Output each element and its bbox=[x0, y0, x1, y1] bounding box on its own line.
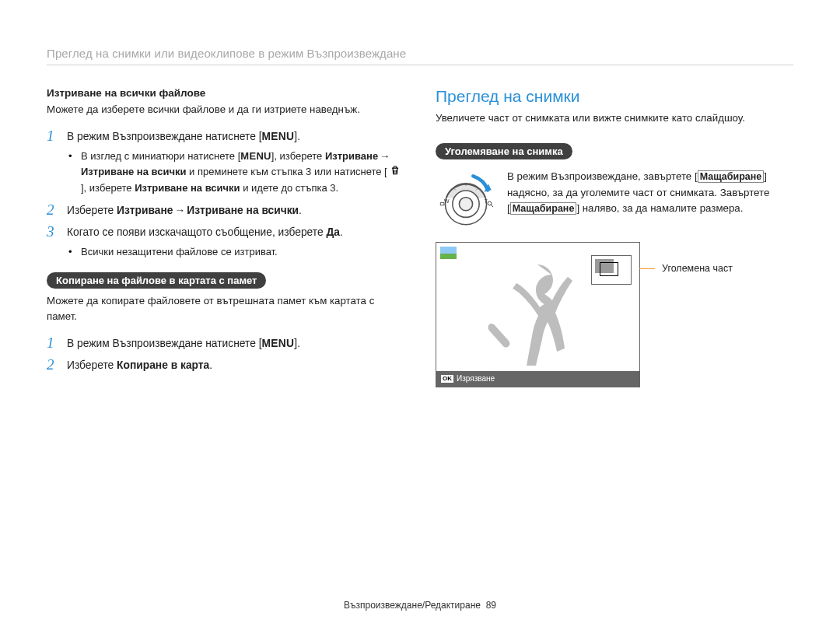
zoom-button-label: Мащабиране bbox=[510, 202, 577, 215]
menu-label: MENU bbox=[240, 150, 271, 162]
text-frag: ], изберете bbox=[81, 182, 135, 194]
step-text: В режим Възпроизвеждане натиснете [MENU]… bbox=[67, 335, 300, 352]
zoom-button-label: Мащабиране bbox=[698, 170, 765, 183]
text-frag: ], изберете bbox=[271, 150, 325, 162]
text-frag: ] наляво, за да намалите размера. bbox=[576, 202, 743, 214]
text-bold: Изтриване bbox=[117, 205, 173, 216]
text-bold: Изтриване bbox=[325, 150, 378, 162]
section-copy-title: Копиране на файлове в картата с памет bbox=[47, 272, 266, 289]
text-frag: и преминете към стъпка 3 или натиснете [ bbox=[186, 166, 387, 177]
text-frag: В изглед с миниатюри натиснете [ bbox=[81, 150, 240, 162]
text-bold: Изтриване на всички bbox=[187, 205, 299, 216]
zoom-dial-icon: W T bbox=[436, 169, 496, 229]
delete-step-3-bullet: • Всички незащитени файлове се изтриват. bbox=[68, 244, 404, 260]
zoom-instruction-row: W T В режим Възпроизвеждане, завъртете [… bbox=[436, 169, 793, 229]
step-number: 1 bbox=[47, 128, 58, 143]
delete-step-3: 3 Когато се появи изскачащото съобщение,… bbox=[47, 224, 404, 241]
copy-step-2: 2 Изберете Копиране в карта. bbox=[47, 357, 404, 374]
text-bold: Да bbox=[326, 226, 340, 238]
section-enlarge-title: Уголемяване на снимка bbox=[436, 143, 572, 159]
text-frag: Изберете bbox=[67, 359, 117, 371]
text-bold: Изтриване на всички bbox=[81, 166, 186, 177]
svg-line-9 bbox=[491, 205, 493, 207]
step-number: 3 bbox=[47, 224, 58, 239]
navigator-panel bbox=[591, 255, 632, 285]
content-columns: Изтриване на всички файлове Можете да из… bbox=[47, 87, 793, 387]
bullet-dot: • bbox=[68, 244, 75, 260]
callout-label: Уголемена част bbox=[662, 263, 733, 274]
zoom-instruction-text: В режим Възпроизвеждане, завъртете [Маща… bbox=[507, 169, 793, 217]
ok-button-icon: OK bbox=[441, 375, 453, 383]
text-frag: . bbox=[340, 226, 343, 238]
step-text: Изберете Изтриване → Изтриване на всички… bbox=[67, 202, 302, 219]
thumbnail-icon bbox=[440, 247, 457, 259]
page-header: Преглед на снимки или видеоклипове в реж… bbox=[47, 47, 793, 65]
delete-step-1-bullet: • В изглед с миниатюри натиснете [MENU],… bbox=[68, 149, 404, 196]
bullet-dot: • bbox=[68, 149, 75, 196]
arrow-icon: → bbox=[378, 149, 391, 164]
step-number: 2 bbox=[47, 202, 58, 217]
step-text: Изберете Копиране в карта. bbox=[67, 357, 212, 374]
bullet-text: В изглед с миниатюри натиснете [MENU], и… bbox=[81, 149, 404, 196]
text-frag: В режим Възпроизвеждане, завъртете [ bbox=[507, 170, 698, 182]
text-frag: Когато се появи изскачащото съобщение, и… bbox=[67, 226, 326, 238]
screen-footer-bar: OK Изрязване bbox=[436, 371, 639, 387]
section-delete-all-intro: Можете да изберете всички файлове и да г… bbox=[47, 102, 404, 117]
bullet-text: Всички незащитени файлове се изтриват. bbox=[81, 244, 278, 260]
left-column: Изтриване на всички файлове Можете да из… bbox=[47, 87, 404, 387]
camera-screen-illustration: Уголемена част OK Изрязване bbox=[436, 242, 640, 387]
text-bold: Изтриване на всички bbox=[135, 182, 240, 194]
text-frag: ]. bbox=[294, 131, 300, 142]
section-view-intro: Увеличете част от снимката или вижте сни… bbox=[436, 110, 793, 126]
text-frag: ]. bbox=[294, 338, 300, 349]
step-number: 2 bbox=[47, 357, 58, 372]
text-frag: . bbox=[299, 205, 302, 216]
menu-label: MENU bbox=[262, 131, 295, 142]
callout-connector bbox=[639, 268, 655, 269]
text-bold: Копиране в карта bbox=[117, 359, 209, 371]
dial-t-label: T bbox=[484, 198, 488, 204]
navigator-viewport bbox=[600, 262, 618, 276]
menu-label: MENU bbox=[262, 338, 295, 349]
text-frag: . bbox=[209, 359, 212, 371]
arrow-icon: → bbox=[173, 202, 187, 219]
page-number: 89 bbox=[486, 600, 496, 611]
section-copy-intro: Можете да копирате файловете от вътрешна… bbox=[47, 293, 404, 324]
step-number: 1 bbox=[47, 335, 58, 350]
delete-step-1: 1 В режим Възпроизвеждане натиснете [MEN… bbox=[47, 128, 404, 145]
text-frag: В режим Възпроизвеждане натиснете [ bbox=[67, 338, 262, 349]
trash-icon bbox=[390, 165, 401, 180]
svg-point-6 bbox=[459, 198, 472, 211]
section-delete-all-title: Изтриване на всички файлове bbox=[47, 87, 404, 99]
dial-w-label: W bbox=[444, 198, 450, 204]
text-frag: Изберете bbox=[67, 205, 117, 216]
page-footer: Възпроизвеждане/Редактиране 89 bbox=[0, 600, 840, 611]
footer-text: Възпроизвеждане/Редактиране bbox=[344, 600, 481, 611]
section-view-title: Преглед на снимки bbox=[436, 87, 793, 106]
right-column: Преглед на снимки Увеличете част от сним… bbox=[436, 87, 793, 387]
step-text: В режим Възпроизвеждане натиснете [MENU]… bbox=[67, 128, 300, 145]
text-frag: В режим Възпроизвеждане натиснете [ bbox=[67, 131, 262, 142]
person-silhouette-icon bbox=[469, 254, 609, 378]
step-text: Когато се появи изскачащото съобщение, и… bbox=[67, 224, 343, 241]
delete-step-2: 2 Изберете Изтриване → Изтриване на всич… bbox=[47, 202, 404, 219]
page-root: Преглед на снимки или видеоклипове в реж… bbox=[0, 0, 840, 634]
copy-step-1: 1 В режим Възпроизвеждане натиснете [MEN… bbox=[47, 335, 404, 352]
text-frag: и идете до стъпка 3. bbox=[240, 182, 338, 194]
crop-label: Изрязване bbox=[457, 371, 495, 387]
